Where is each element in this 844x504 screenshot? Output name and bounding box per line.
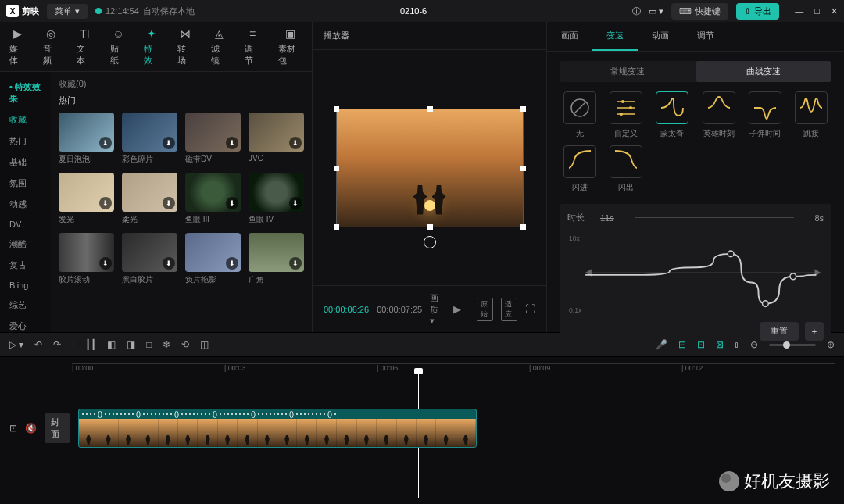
- download-icon[interactable]: ⬇: [99, 137, 112, 149]
- reset-button[interactable]: 重置: [760, 322, 799, 341]
- effect-thumb[interactable]: ⬇胶片滚动: [59, 233, 114, 285]
- preview-frame[interactable]: [336, 109, 524, 227]
- redo-icon[interactable]: ↷: [53, 339, 61, 350]
- inspector-tab[interactable]: 变速: [592, 22, 638, 51]
- preview-link-icon[interactable]: ⊠: [716, 339, 724, 350]
- asset-tab-5[interactable]: ⋈转场: [177, 27, 194, 71]
- download-icon[interactable]: ⬇: [99, 197, 112, 209]
- curve-preset[interactable]: 子弹时间: [745, 91, 785, 139]
- inspector-tab[interactable]: 画面: [547, 22, 592, 51]
- resize-handle-tl[interactable]: [334, 106, 339, 112]
- asset-tab-1[interactable]: ◎音频: [43, 27, 59, 71]
- select-tool-icon[interactable]: ▷ ▾: [9, 339, 23, 350]
- effect-thumb[interactable]: ⬇鱼眼 IV: [249, 173, 304, 225]
- asset-tab-7[interactable]: ≡调节: [245, 27, 261, 71]
- effect-thumb[interactable]: ⬇磁带DV: [185, 113, 241, 165]
- inspector-tab[interactable]: 调节: [683, 22, 728, 51]
- split-icon[interactable]: ┃┃: [85, 339, 96, 350]
- category-item[interactable]: 基础: [0, 152, 51, 173]
- resize-handle-tm[interactable]: [427, 106, 433, 112]
- download-icon[interactable]: ⬇: [289, 137, 302, 149]
- effect-thumb[interactable]: ⬇黑白胶片: [122, 233, 177, 285]
- minimize-icon[interactable]: —: [795, 6, 803, 16]
- effect-thumb[interactable]: ⬇JVC: [249, 113, 304, 165]
- reverse-icon[interactable]: ⟲: [181, 339, 189, 350]
- curve-handle[interactable]: [728, 251, 734, 257]
- curve-preset[interactable]: 跳接: [792, 91, 831, 139]
- time-ruler[interactable]: | 00:00| 00:03| 00:06| 00:09| 00:12: [72, 363, 835, 376]
- category-item[interactable]: 潮酷: [0, 234, 51, 255]
- asset-tab-3[interactable]: ☺贴纸: [110, 27, 127, 71]
- track-lock-icon[interactable]: ⊡: [9, 423, 17, 434]
- curve-preset[interactable]: 英雄时刻: [699, 91, 738, 139]
- inspector-tab[interactable]: 动画: [638, 22, 683, 51]
- sub-tab[interactable]: 常规变速: [560, 61, 696, 82]
- delete-right-icon[interactable]: ◨: [127, 339, 135, 350]
- download-icon[interactable]: ⬇: [226, 197, 238, 209]
- fit-size-button[interactable]: 适应: [501, 298, 517, 321]
- cut-icon[interactable]: □: [146, 339, 152, 350]
- category-item[interactable]: 动感: [0, 194, 51, 215]
- effect-thumb[interactable]: ⬇鱼眼 III: [185, 173, 241, 225]
- download-icon[interactable]: ⬇: [289, 257, 302, 270]
- effect-thumb[interactable]: ⬇广角: [249, 233, 304, 285]
- zoom-slider[interactable]: [769, 344, 816, 346]
- curve-preset[interactable]: 无: [560, 91, 599, 139]
- asset-tab-0[interactable]: ▶媒体: [9, 27, 26, 71]
- effect-thumb[interactable]: ⬇夏日泡泡I: [59, 113, 114, 165]
- zoom-in-icon[interactable]: ⊕: [827, 339, 835, 350]
- play-icon[interactable]: ▶: [453, 303, 461, 315]
- category-item[interactable]: 爱心: [0, 316, 51, 332]
- category-item[interactable]: 复古: [0, 255, 51, 276]
- resize-handle-ml[interactable]: [334, 166, 339, 171]
- asset-tab-2[interactable]: TI文本: [77, 27, 93, 71]
- quality-dropdown[interactable]: 画质 ▾: [430, 292, 445, 326]
- resize-handle-bl[interactable]: [334, 224, 339, 230]
- category-item[interactable]: Bling: [0, 276, 51, 295]
- delete-left-icon[interactable]: ◧: [107, 339, 116, 350]
- download-icon[interactable]: ⬇: [163, 257, 175, 270]
- download-icon[interactable]: ⬇: [163, 137, 175, 149]
- effect-thumb[interactable]: ⬇发光: [59, 173, 114, 225]
- rotate-handle[interactable]: [424, 236, 436, 248]
- video-clip[interactable]: ()()()()()()(): [78, 409, 477, 448]
- curve-preset[interactable]: 闪进: [560, 145, 599, 193]
- fullscreen-icon[interactable]: ⛶: [525, 303, 535, 315]
- preview-area[interactable]: [313, 50, 546, 285]
- magnet-icon[interactable]: ⊟: [678, 339, 686, 350]
- resize-handle-mr[interactable]: [520, 166, 526, 171]
- category-item[interactable]: 氛围: [0, 173, 51, 194]
- curve-handle[interactable]: [790, 273, 796, 280]
- crop-icon[interactable]: ◫: [200, 339, 209, 350]
- sub-tab[interactable]: 曲线变速: [696, 61, 831, 82]
- original-size-button[interactable]: 原始: [477, 298, 493, 321]
- curve-preset[interactable]: 蒙太奇: [653, 91, 692, 139]
- track-mute-icon[interactable]: 🔇: [25, 423, 37, 434]
- curve-preset[interactable]: 闪出: [606, 145, 646, 193]
- speed-curve-svg[interactable]: 10x 0.1x: [567, 230, 824, 316]
- asset-tab-6[interactable]: ◬滤镜: [211, 27, 227, 71]
- resize-handle-tr[interactable]: [520, 106, 526, 112]
- export-button[interactable]: ⇧ 导出: [736, 3, 779, 20]
- timeline[interactable]: | 00:00| 00:03| 00:06| 00:09| 00:12 ⊡ 🔇 …: [0, 357, 844, 504]
- menu-button[interactable]: 菜单 ▾: [47, 4, 88, 19]
- resize-handle-bm[interactable]: [427, 224, 433, 230]
- resize-handle-br[interactable]: [520, 224, 526, 230]
- curve-handle[interactable]: [763, 301, 769, 307]
- download-icon[interactable]: ⬇: [163, 197, 175, 209]
- maximize-icon[interactable]: □: [814, 6, 820, 16]
- effect-thumb[interactable]: ⬇负片拖影: [185, 233, 241, 285]
- asset-tab-8[interactable]: ▣素材包: [278, 27, 302, 71]
- mic-icon[interactable]: 🎤: [656, 339, 667, 350]
- asset-tab-4[interactable]: ✦特效: [144, 27, 160, 71]
- download-icon[interactable]: ⬇: [226, 137, 238, 149]
- shortcuts-button[interactable]: ⌨ 快捷键: [671, 3, 728, 20]
- cover-button[interactable]: 封面: [45, 413, 70, 443]
- download-icon[interactable]: ⬇: [289, 197, 302, 209]
- category-item[interactable]: DV: [0, 215, 51, 234]
- link-icon[interactable]: ⊡: [697, 339, 705, 350]
- download-icon[interactable]: ⬇: [226, 257, 238, 270]
- add-point-button[interactable]: +: [805, 322, 824, 341]
- download-icon[interactable]: ⬇: [99, 257, 112, 270]
- undo-icon[interactable]: ↶: [34, 339, 42, 350]
